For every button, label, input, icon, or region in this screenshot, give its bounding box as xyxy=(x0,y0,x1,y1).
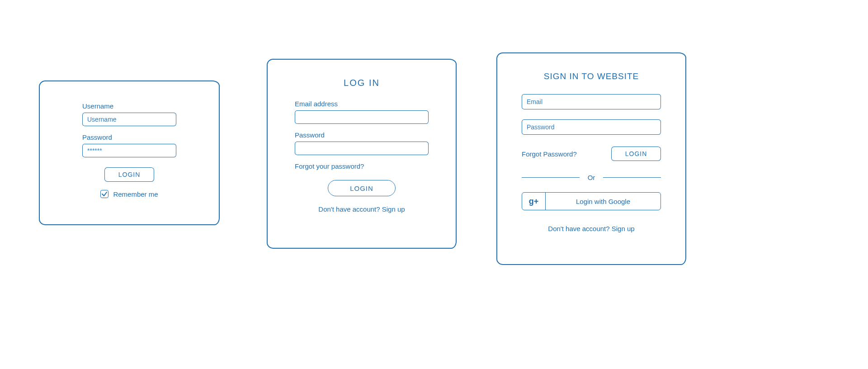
divider-line xyxy=(603,177,661,178)
signup-link[interactable]: Don't have account? Sign up xyxy=(295,205,429,213)
login-card-social: SIGN IN TO WEBSITE Forgot Password? LOGI… xyxy=(496,52,686,265)
or-divider: Or xyxy=(522,174,661,181)
signup-link[interactable]: Don't have account? Sign up xyxy=(522,225,661,232)
login-card-simple: Username Password LOGIN Remember me xyxy=(39,80,220,225)
google-plus-icon: g+ xyxy=(522,193,546,210)
or-label: Or xyxy=(588,174,595,181)
card-title: LOG IN xyxy=(295,78,429,88)
email-input[interactable] xyxy=(522,94,661,109)
username-label: Username xyxy=(82,102,176,110)
password-input[interactable] xyxy=(82,144,176,157)
password-label: Password xyxy=(82,133,176,141)
login-button[interactable]: LOGIN xyxy=(611,147,661,161)
email-input[interactable] xyxy=(295,110,429,124)
email-label: Email address xyxy=(295,100,429,108)
password-input[interactable] xyxy=(522,119,661,135)
google-login-label: Login with Google xyxy=(546,193,660,210)
username-input[interactable] xyxy=(82,113,176,126)
password-label: Password xyxy=(295,131,429,139)
check-icon xyxy=(101,191,108,197)
card-title: SIGN IN TO WEBSITE xyxy=(522,71,661,81)
forgot-password-link[interactable]: Forgot Password? xyxy=(522,150,577,158)
divider-line xyxy=(522,177,580,178)
remember-me-checkbox[interactable] xyxy=(100,190,108,198)
login-button[interactable]: LOGIN xyxy=(328,180,396,196)
password-input[interactable] xyxy=(295,142,429,155)
remember-me-label: Remember me xyxy=(113,190,158,198)
remember-me-row: Remember me xyxy=(82,190,176,198)
forgot-password-link[interactable]: Forgot your password? xyxy=(295,162,429,170)
login-with-google-button[interactable]: g+ Login with Google xyxy=(522,192,661,210)
login-button[interactable]: LOGIN xyxy=(104,167,154,182)
login-card-email: LOG IN Email address Password Forgot you… xyxy=(267,59,457,249)
